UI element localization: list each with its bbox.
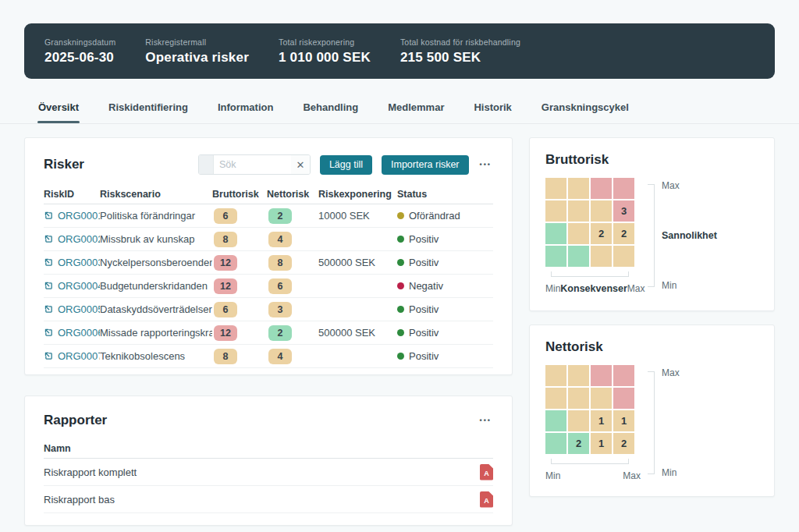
summary-stat-label: Riskregistermall (145, 37, 249, 47)
matrix-cell (568, 223, 589, 244)
column-header: Bruttorisk (212, 189, 267, 200)
risk-id-link[interactable]: ORG0006 (58, 327, 100, 339)
status-dot-icon (397, 259, 404, 266)
net-risk-badge: 4 (268, 349, 292, 364)
summary-stat-label: Total riskexponering (279, 37, 371, 47)
reports-more-options-icon[interactable]: ••• (478, 413, 493, 427)
risks-panel: Risker ✕ Lägg till Importera risker ••• … (24, 137, 513, 375)
table-row[interactable]: ORG0001 Politiska förändringar 6 2 10000… (44, 204, 493, 228)
matrix-cell (568, 200, 589, 222)
pdf-file-icon[interactable]: A (480, 464, 493, 481)
clear-search-icon[interactable]: ✕ (291, 155, 310, 174)
summary-stat-label: Granskningsdatum (44, 37, 115, 47)
risks-table-header: RiskIDRiskscenarioBruttoriskNettoriskRis… (44, 185, 493, 204)
x-axis-name: Konsekvenser (560, 283, 627, 294)
matrix-cell (545, 365, 566, 386)
risk-id-link[interactable]: ORG0001 (58, 210, 100, 222)
table-row[interactable]: ORG0004 Budgetunderskridanden 12 6 Negat… (44, 275, 493, 298)
risk-scenario: Politiska förändringar (100, 210, 212, 222)
main-content: Risker ✕ Lägg till Importera risker ••• … (0, 124, 799, 526)
risk-id-link[interactable]: ORG0007 (58, 350, 100, 362)
status-badge: Positiv (397, 327, 493, 339)
open-risk-icon (44, 211, 54, 221)
x-axis-max-label: Max (627, 283, 645, 294)
risk-id-link[interactable]: ORG0002 (58, 233, 100, 245)
open-risk-icon (44, 304, 54, 314)
import-risks-button[interactable]: Importera risker (382, 155, 469, 175)
x-axis-max-label: Max (623, 470, 641, 481)
summary-stat-value: 215 500 SEK (400, 50, 520, 66)
status-badge: Oförändrad (397, 210, 493, 222)
summary-stat-value: 2025-06-30 (44, 50, 115, 66)
column-header: Nettorisk (267, 189, 318, 200)
status-badge: Positiv (397, 257, 493, 268)
gross-risk-matrix: 322 (545, 178, 641, 267)
risk-id-link[interactable]: ORG0003 (58, 257, 100, 268)
table-row[interactable]: ORG0006 Missade rapporteringskrav 12 2 5… (44, 321, 493, 345)
net-risk-matrix: 11212 (545, 365, 641, 454)
matrix-cell (591, 178, 612, 199)
x-axis-bracket (551, 459, 629, 464)
tab--versikt[interactable]: Översikt (37, 94, 80, 123)
tab-riskidentifiering[interactable]: Riskidentifiering (108, 94, 189, 123)
search-input[interactable] (214, 155, 291, 174)
table-row[interactable]: ORG0002 Missbruk av kunskap 8 4 Positiv (44, 228, 493, 251)
risk-exposure: 500000 SEK (318, 327, 397, 339)
status-dot-icon (397, 353, 404, 360)
matrix-cell (545, 178, 566, 199)
table-row[interactable]: ORG0007 Teknikobsolescens 8 4 Positiv (44, 345, 493, 368)
matrix-cell (568, 246, 589, 267)
table-row[interactable]: ORG0005 Dataskyddsöverträdelser 6 3 Posi… (44, 298, 493, 321)
x-axis-min-label: Min (545, 470, 560, 481)
matrix-cell: 1 (591, 433, 612, 454)
net-risk-badge: 3 (268, 302, 292, 317)
tab-historik[interactable]: Historik (473, 94, 512, 123)
status-dot-icon (397, 236, 404, 243)
matrix-cell (568, 410, 589, 431)
open-risk-icon (44, 234, 54, 244)
risk-scenario: Missade rapporteringskrav (100, 327, 212, 339)
gross-risk-badge: 6 (214, 302, 237, 317)
tab-information[interactable]: Information (217, 94, 275, 123)
status-badge: Negativ (397, 280, 493, 292)
matrix-cell (613, 178, 634, 199)
tab-granskningscykel[interactable]: Granskningscykel (541, 94, 630, 123)
net-risk-badge: 8 (268, 255, 292, 271)
report-row[interactable]: Riskrapport bas A (44, 486, 493, 513)
risk-id-link[interactable]: ORG0005 (58, 303, 100, 315)
tab-behandling[interactable]: Behandling (302, 94, 359, 123)
summary-stat: Total kostnad för riskbehandling 215 500… (400, 37, 520, 66)
net-risk-panel: Nettorisk 11212 Min Max Max Min (529, 325, 775, 497)
matrix-cell: 2 (591, 223, 612, 244)
matrix-cell (591, 246, 612, 267)
summary-bar: Granskningsdatum 2025-06-30 Riskregister… (24, 23, 775, 79)
risks-table-body: ORG0001 Politiska förändringar 6 2 10000… (44, 204, 493, 368)
gross-risk-badge: 12 (214, 278, 237, 294)
tab-medlemmar[interactable]: Medlemmar (387, 94, 445, 123)
gross-risk-badge: 12 (214, 255, 237, 271)
summary-stat: Total riskexponering 1 010 000 SEK (279, 37, 371, 66)
status-badge: Positiv (397, 233, 493, 245)
report-row[interactable]: Riskrapport komplett A (44, 459, 493, 486)
open-risk-icon (44, 281, 54, 291)
matrix-cell: 3 (613, 200, 634, 222)
matrix-cell (545, 200, 566, 222)
matrix-cell (591, 388, 612, 409)
summary-stat-label: Total kostnad för riskbehandling (400, 37, 520, 47)
risk-id-link[interactable]: ORG0004 (58, 280, 100, 292)
risk-exposure: 500000 SEK (318, 257, 397, 268)
y-axis-min-label: Min (662, 467, 680, 478)
table-row[interactable]: ORG0003 Nyckelpersonsberoenden 12 8 5000… (44, 251, 493, 275)
gross-risk-badge: 6 (214, 208, 237, 224)
matrix-cell: 1 (591, 410, 612, 431)
more-options-icon[interactable]: ••• (478, 158, 493, 172)
risk-scenario: Nyckelpersonsberoenden (100, 257, 212, 268)
risks-table: RiskIDRiskscenarioBruttoriskNettoriskRis… (44, 185, 493, 368)
y-axis-max-label: Max (662, 180, 717, 191)
gross-risk-badge: 8 (214, 232, 237, 247)
pdf-file-icon[interactable]: A (480, 491, 493, 508)
add-risk-button[interactable]: Lägg till (320, 155, 372, 175)
report-name: Riskrapport komplett (44, 466, 137, 478)
matrix-cell: 2 (613, 223, 634, 244)
risks-panel-title: Risker (44, 157, 84, 172)
